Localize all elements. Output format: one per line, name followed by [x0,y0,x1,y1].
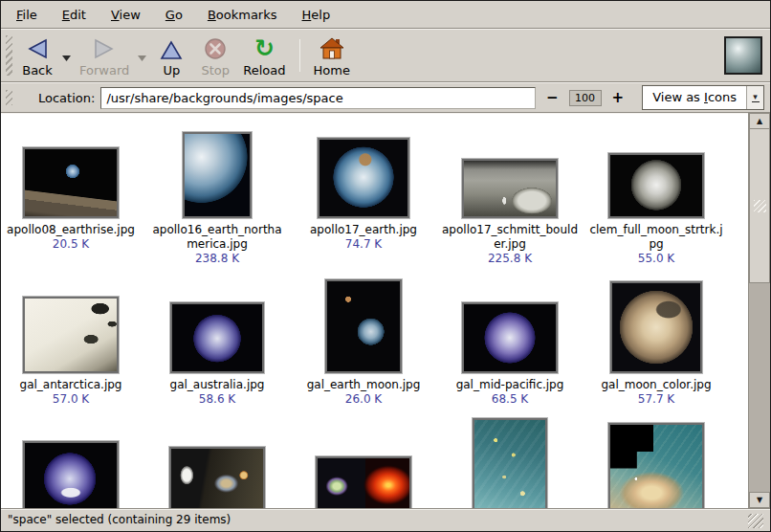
toolbar: Back Forward Up [1,29,770,82]
back-label: Back [22,63,53,78]
zoom-in-button[interactable]: + [607,89,629,106]
home-icon [319,35,344,60]
file-thumbnail[interactable] [23,441,119,508]
forward-button[interactable]: Forward [74,33,135,79]
menu-bookmarks[interactable]: Bookmarks [196,3,289,27]
file-item[interactable]: clem_full_moon_strtrk.jpg 55.0 K [586,130,726,266]
file-item[interactable]: gal_australia.jpg 58.6 K [147,277,287,407]
file-thumbnail[interactable] [608,423,704,508]
menu-edit[interactable]: Edit [51,3,98,27]
back-icon [26,35,49,60]
file-name: gal_antarctica.jpg [1,378,141,392]
vertical-scrollbar[interactable]: ▲ ▼ [748,113,770,508]
file-item[interactable]: gal_antarctica.jpg 57.0 K [1,277,141,407]
menu-bar: File Edit View Go Bookmarks Help [1,1,770,29]
toolbar-separator [299,39,300,72]
location-label: Location: [38,91,95,105]
file-item[interactable]: gal_mid-pacific.jpg 68.5 K [440,277,580,407]
status-text: "space" selected (containing 29 items) [8,513,748,526]
location-bar-drag-handle[interactable] [6,90,12,105]
file-thumbnail[interactable] [473,418,547,508]
zoom-out-button[interactable]: − [541,89,563,106]
file-name: gal_mid-pacific.jpg [440,378,580,392]
file-item[interactable] [586,418,726,508]
file-item[interactable]: apollo08_earthrise.jpg 20.5 K [1,130,141,252]
file-name: apollo08_earthrise.jpg [1,223,141,237]
back-history-dropdown[interactable] [59,55,74,61]
file-size: 57.0 K [1,392,141,407]
status-bar: "space" selected (containing 29 items) [1,509,770,529]
file-item[interactable] [147,418,287,508]
file-item[interactable]: apollo17_schmitt_boulder.jpg 225.8 K [440,130,580,266]
menu-view[interactable]: View [99,3,152,27]
file-thumbnail[interactable] [318,138,409,218]
forward-label: Forward [79,63,129,78]
file-thumbnail[interactable] [316,456,411,508]
file-thumbnail[interactable] [608,153,704,218]
file-size: 74.7 K [294,237,433,252]
file-name: apollo17_schmitt_boulder.jpg [440,223,580,252]
file-thumbnail[interactable] [462,159,558,218]
file-size: 68.5 K [440,392,580,407]
scrollbar-grip [754,200,766,212]
back-button[interactable]: Back [15,33,59,79]
file-item[interactable]: gal_moon_color.jpg 57.7 K [586,277,726,407]
icon-view[interactable]: apollo08_earthrise.jpg 20.5 K apollo16_e… [1,113,748,508]
file-thumbnail[interactable] [325,279,402,373]
file-size: 55.0 K [586,252,726,266]
dropdown-arrow-icon: ▾ [746,86,763,109]
up-button[interactable]: Up [149,33,193,79]
menu-go[interactable]: Go [154,3,194,27]
reload-button[interactable]: ↻ Reload [237,33,291,79]
file-size: 225.8 K [440,252,580,266]
file-size: 238.8 K [147,252,287,266]
chevron-down-icon [138,55,146,61]
file-thumbnail[interactable] [169,447,265,508]
throbber-globe-icon [724,36,762,75]
scrollbar-thumb[interactable] [749,129,770,283]
file-size: 26.0 K [294,392,433,407]
home-label: Home [314,63,350,78]
file-item[interactable] [440,418,580,508]
file-name: gal_moon_color.jpg [586,378,726,392]
file-thumbnail[interactable] [170,302,264,373]
file-name: clem_full_moon_strtrk.jpg [586,223,726,252]
view-as-dropdown[interactable]: View as Icons ▾ [642,85,764,110]
file-size: 57.7 K [586,392,726,407]
toolbar-drag-handle[interactable] [6,35,12,76]
view-as-label: View as Icons [643,86,746,109]
file-thumbnail[interactable] [610,281,702,373]
forward-history-dropdown[interactable] [135,55,149,61]
zoom-level-indicator: 100 [569,90,602,106]
reload-icon: ↻ [254,35,275,60]
file-item[interactable]: apollo16_earth_northamerica.jpg 238.8 K [147,130,287,266]
menu-file[interactable]: File [5,3,49,27]
forward-icon [93,35,116,60]
menu-help[interactable]: Help [291,3,342,27]
window-resize-grip[interactable] [748,514,763,528]
file-manager-window: File Edit View Go Bookmarks Help Back Fo… [0,0,771,532]
up-arrow-icon [160,35,183,60]
file-thumbnail[interactable] [23,147,119,218]
file-thumbnail[interactable] [462,302,558,373]
file-size: 20.5 K [1,237,141,252]
file-thumbnail[interactable] [23,297,119,373]
stop-icon [204,35,227,60]
scroll-up-button[interactable]: ▲ [749,113,770,129]
file-name: apollo17_earth.jpg [294,223,433,237]
location-bar: Location: − 100 + View as Icons ▾ [1,82,770,113]
file-item[interactable] [1,418,141,508]
home-button[interactable]: Home [308,33,356,79]
file-thumbnail[interactable] [183,132,252,218]
file-item[interactable] [294,418,433,508]
file-item[interactable]: gal_earth_moon.jpg 26.0 K [294,277,433,407]
scroll-down-button[interactable]: ▼ [749,492,770,508]
file-item[interactable]: apollo17_earth.jpg 74.7 K [294,130,433,252]
stop-button[interactable]: Stop [193,33,237,79]
file-name: gal_earth_moon.jpg [294,378,433,392]
scrollbar-track[interactable] [749,283,770,492]
location-input[interactable] [100,87,536,109]
stop-label: Stop [202,63,231,78]
file-name: gal_australia.jpg [147,378,287,392]
chevron-down-icon [62,55,71,61]
